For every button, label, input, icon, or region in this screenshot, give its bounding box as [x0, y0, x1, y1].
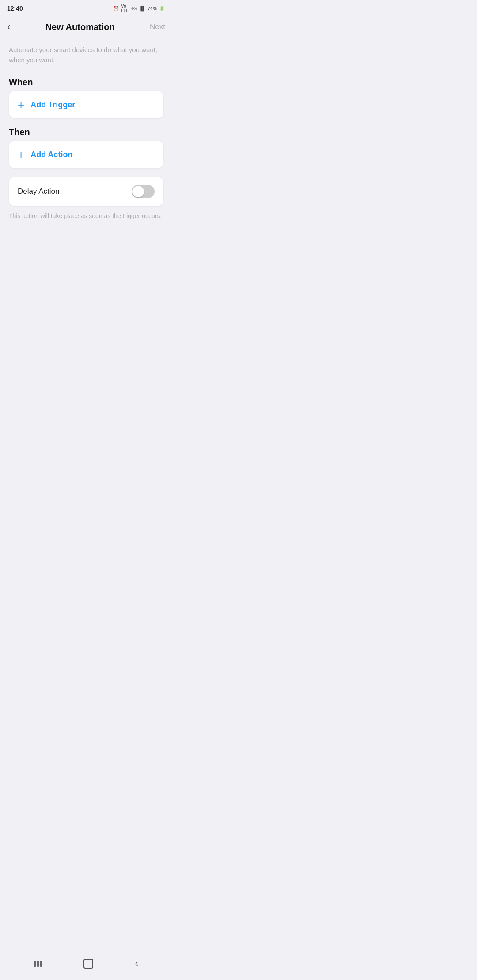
delay-action-toggle[interactable] — [132, 185, 155, 198]
when-section: When + Add Trigger — [9, 77, 163, 118]
delay-action-card: Delay Action — [9, 177, 163, 206]
page-title: New Automation — [14, 22, 146, 32]
toggle-knob — [132, 186, 144, 197]
status-time: 12:40 — [7, 5, 23, 12]
add-trigger-label: Add Trigger — [30, 100, 75, 109]
add-trigger-button[interactable]: + Add Trigger — [9, 91, 163, 118]
page-subtitle: Automate your smart devices to do what y… — [9, 45, 163, 65]
main-content: Automate your smart devices to do what y… — [0, 41, 172, 274]
page-header: ‹ New Automation Next — [0, 15, 172, 41]
add-action-button[interactable]: + Add Action — [9, 141, 163, 168]
add-trigger-plus-icon: + — [18, 99, 24, 110]
voLTE-icon: VoLTE — [121, 4, 129, 13]
next-button[interactable]: Next — [146, 21, 165, 33]
network-icon: 4G — [131, 6, 137, 11]
add-action-plus-icon: + — [18, 149, 24, 160]
add-action-label: Add Action — [30, 150, 72, 159]
delay-action-description: This action will take place as soon as t… — [9, 211, 163, 221]
status-bar: 12:40 ⏰ VoLTE 4G ▐▌ 74% 🔋 — [0, 0, 172, 15]
then-label: Then — [9, 127, 163, 137]
when-label: When — [9, 77, 163, 87]
delay-action-label: Delay Action — [18, 187, 60, 196]
then-section: Then + Add Action — [9, 127, 163, 168]
alarm-icon: ⏰ — [113, 6, 119, 11]
back-button[interactable]: ‹ — [7, 19, 14, 34]
signal-bars-icon: ▐▌ — [139, 6, 146, 11]
status-icons: ⏰ VoLTE 4G ▐▌ 74% 🔋 — [113, 4, 165, 13]
battery-level: 74% — [148, 6, 157, 11]
battery-icon: 🔋 — [159, 6, 165, 11]
